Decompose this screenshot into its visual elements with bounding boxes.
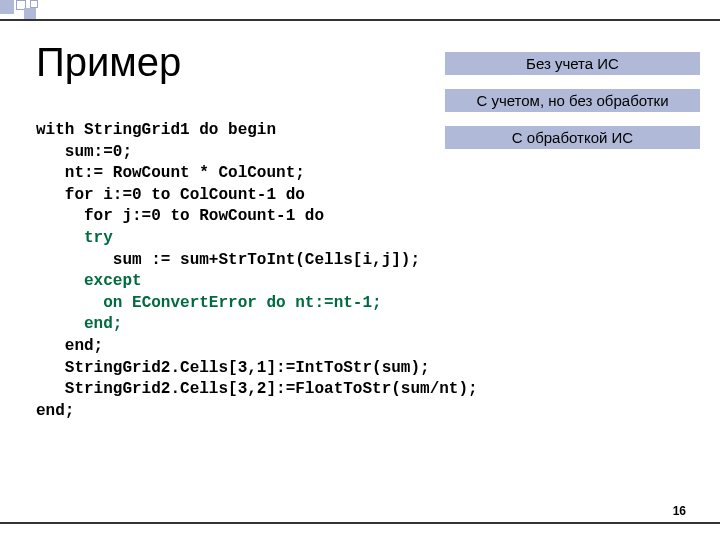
code-keyword-end: end; <box>84 315 122 333</box>
code-line: end; <box>36 337 103 355</box>
badge-with-handling: С обработкой ИС <box>445 126 700 149</box>
code-line: for i:=0 to ColCount-1 do <box>36 186 305 204</box>
code-line: sum:=0; <box>36 143 132 161</box>
footer-rule <box>0 522 720 524</box>
header-rule <box>0 19 720 21</box>
badge-no-exception: Без учета ИС <box>445 52 700 75</box>
code-keyword-except: except <box>84 272 142 290</box>
code-indent <box>36 294 103 312</box>
code-keyword-try: try <box>84 229 113 247</box>
code-line: for j:=0 to RowCount-1 do <box>36 207 324 225</box>
code-block: with StringGrid1 do begin sum:=0; nt:= R… <box>36 120 478 422</box>
code-line: with StringGrid1 do begin <box>36 121 276 139</box>
slide-title: Пример <box>36 40 181 85</box>
badge-no-handling: С учетом, но без обработки <box>445 89 700 112</box>
code-line: StringGrid2.Cells[3,1]:=IntToStr(sum); <box>36 359 430 377</box>
page-number: 16 <box>673 504 686 518</box>
code-on-convert: on EConvertError do nt:=nt-1; <box>103 294 381 312</box>
code-indent <box>36 229 84 247</box>
code-line: end; <box>36 402 74 420</box>
code-indent <box>36 315 84 333</box>
code-line: nt:= RowCount * ColCount; <box>36 164 305 182</box>
badge-list: Без учета ИС С учетом, но без обработки … <box>445 52 700 163</box>
code-line: StringGrid2.Cells[3,2]:=FloatToStr(sum/n… <box>36 380 478 398</box>
code-line: sum := sum+StrToInt(Cells[i,j]); <box>36 251 420 269</box>
code-indent <box>36 272 84 290</box>
